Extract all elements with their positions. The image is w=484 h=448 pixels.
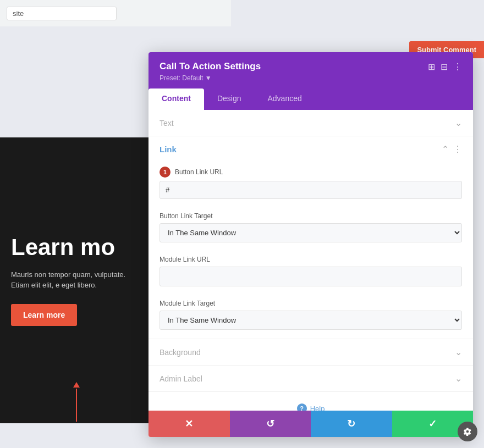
tab-design[interactable]: Design	[204, 89, 255, 110]
panel-title: Call To Action Settings	[160, 61, 261, 72]
resize-icon[interactable]: ⊞	[428, 62, 435, 72]
panel-preset[interactable]: Preset: Default ▼	[160, 74, 462, 82]
undo-button[interactable]: ↺	[230, 411, 311, 437]
panel-header: Call To Action Settings ⊞ ⊟ ⋮ Preset: De…	[148, 52, 473, 89]
preview-area: Learn mo Mauris non tempor quam, vulputa…	[0, 137, 148, 423]
cancel-button[interactable]: ✕	[148, 411, 230, 437]
panel-body: Text ⌄ Link ⌃ ⋮ 1 Button Link URL	[148, 110, 473, 411]
module-link-url-label: Module Link URL	[160, 256, 462, 263]
module-link-url-input[interactable]	[160, 267, 462, 286]
text-section-label: Text	[160, 119, 174, 128]
module-link-url-group: Module Link URL	[148, 251, 473, 295]
redo-button[interactable]: ↻	[311, 411, 392, 437]
step-number-1: 1	[160, 167, 170, 178]
link-header-icons: ⌃ ⋮	[442, 144, 462, 154]
admin-label-section-label: Admin Label	[160, 374, 202, 383]
admin-label-chevron-icon: ⌄	[455, 373, 462, 384]
link-section: Link ⌃ ⋮ 1 Button Link URL Button Link T…	[148, 136, 473, 339]
site-input[interactable]	[7, 7, 117, 20]
button-link-target-group: Button Link Target In The Same Window In…	[148, 208, 473, 251]
help-label: Help	[310, 405, 325, 411]
panel-header-top: Call To Action Settings ⊞ ⊟ ⋮	[160, 61, 462, 72]
top-bar	[0, 0, 231, 26]
arrow-line	[76, 389, 77, 422]
link-more-icon[interactable]: ⋮	[453, 144, 462, 154]
arrow-head	[73, 382, 80, 388]
background-section-label: Background	[160, 348, 201, 357]
gear-icon	[463, 427, 472, 436]
button-link-target-select[interactable]: In The Same Window In The New Window	[160, 223, 462, 242]
background-section[interactable]: Background ⌄	[148, 339, 473, 366]
link-collapse-icon[interactable]: ⌃	[442, 144, 449, 154]
help-icon: ?	[297, 403, 307, 411]
floating-gear-button[interactable]	[458, 422, 477, 441]
button-link-url-group: 1 Button Link URL	[148, 162, 473, 208]
panel-tabs: Content Design Advanced	[148, 89, 473, 110]
module-link-target-select[interactable]: In The Same Window In The New Window	[160, 311, 462, 330]
link-section-header[interactable]: Link ⌃ ⋮	[148, 136, 473, 162]
tab-content[interactable]: Content	[148, 89, 204, 110]
layout-icon[interactable]: ⊟	[441, 62, 448, 72]
preview-title: Learn mo	[11, 235, 138, 260]
button-link-url-label: 1 Button Link URL	[160, 167, 462, 178]
module-link-target-group: Module Link Target In The Same Window In…	[148, 295, 473, 339]
panel-header-icons: ⊞ ⊟ ⋮	[428, 62, 462, 72]
button-link-target-label: Button Link Target	[160, 212, 462, 220]
module-link-target-label: Module Link Target	[160, 300, 462, 307]
arrow-indicator	[73, 382, 80, 422]
action-bar: ✕ ↺ ↻ ✓	[148, 411, 473, 437]
more-icon[interactable]: ⋮	[453, 62, 462, 72]
button-link-url-input[interactable]	[160, 181, 462, 199]
settings-panel: Call To Action Settings ⊞ ⊟ ⋮ Preset: De…	[148, 52, 473, 437]
text-chevron-icon: ⌄	[455, 118, 462, 128]
tab-advanced[interactable]: Advanced	[254, 89, 315, 110]
learn-more-button[interactable]: Learn more	[11, 304, 77, 326]
help-row: ? Help	[148, 392, 473, 411]
text-section[interactable]: Text ⌄	[148, 110, 473, 136]
link-section-title: Link	[160, 145, 177, 154]
background-chevron-icon: ⌄	[455, 347, 462, 357]
preview-body: Mauris non tempor quam, vulputate. Etiam…	[11, 269, 138, 291]
help-link[interactable]: ? Help	[297, 403, 325, 411]
admin-label-section[interactable]: Admin Label ⌄	[148, 366, 473, 392]
